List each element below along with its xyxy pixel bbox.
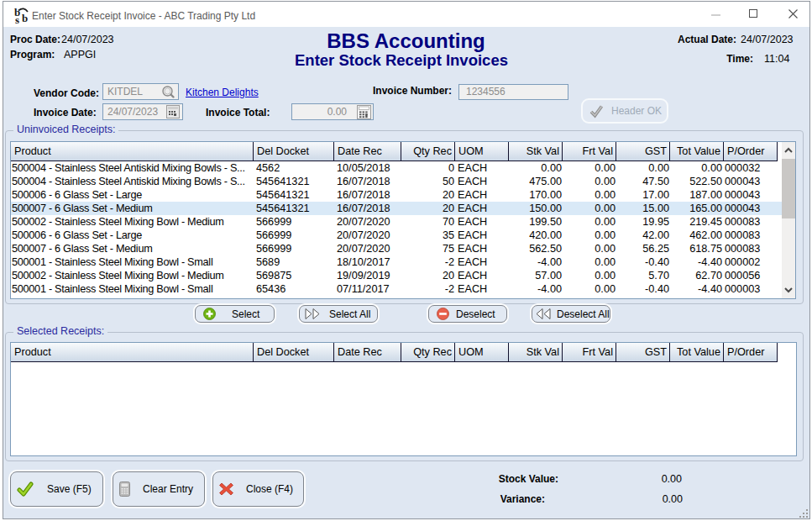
svg-text:s: s bbox=[15, 13, 19, 24]
svg-text:b: b bbox=[22, 12, 28, 24]
